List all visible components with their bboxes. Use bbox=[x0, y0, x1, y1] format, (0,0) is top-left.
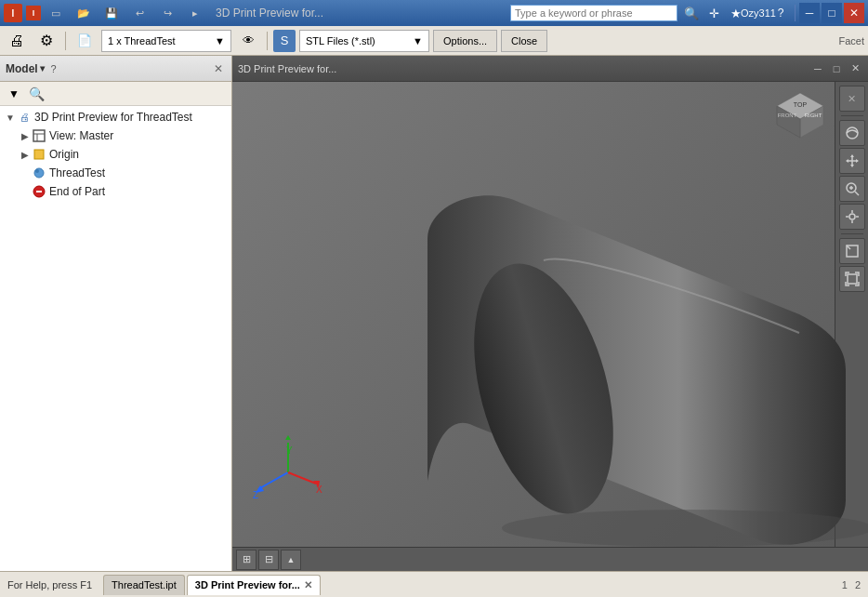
toolbar-more[interactable]: ▸ bbox=[182, 0, 208, 26]
threadtest-label: ThreadTest bbox=[49, 166, 105, 179]
threadtest-icon bbox=[32, 166, 46, 180]
page-btn[interactable]: 📄 bbox=[72, 28, 98, 54]
canvas-tb-btn1[interactable]: ⊞ bbox=[236, 550, 256, 570]
root-label: 3D Print Preview for ThreadTest bbox=[34, 111, 192, 124]
view-header: 3D Print Preview for... ─ □ ✕ bbox=[232, 56, 868, 82]
tree-item-threadtest[interactable]: ThreadTest bbox=[2, 164, 230, 182]
tab-3dprint[interactable]: 3D Print Preview for... ✕ bbox=[187, 575, 321, 595]
svg-rect-3 bbox=[34, 150, 44, 159]
view-icon bbox=[32, 128, 46, 143]
print-preview-icon: 🖨 bbox=[17, 110, 32, 125]
svg-text:RIGHT: RIGHT bbox=[805, 113, 822, 118]
view-header-controls: ─ □ ✕ bbox=[810, 61, 862, 76]
svg-line-23 bbox=[288, 472, 316, 484]
dropdown1-arrow: ▼ bbox=[215, 35, 225, 46]
toolbar-new[interactable]: ▭ bbox=[43, 0, 69, 26]
svg-line-17 bbox=[258, 472, 288, 489]
svg-point-5 bbox=[35, 169, 39, 173]
format-dropdown[interactable]: STL Files (*.stl) ▼ bbox=[299, 30, 429, 52]
main-toolbar: 🖨 ⚙ 📄 1 x ThreadTest ▼ 👁 S STL Files (*.… bbox=[0, 26, 868, 56]
tree-item-view[interactable]: ▶ View: Master bbox=[2, 126, 230, 145]
left-panel: Model ▾ ? ✕ ▼ 🔍 ▼ 🖨 3D Print Preview for… bbox=[0, 56, 232, 571]
svg-point-4 bbox=[34, 168, 44, 178]
page-num-2: 2 bbox=[855, 579, 861, 590]
tools-sep1 bbox=[841, 115, 863, 116]
crosshair-button[interactable]: ✛ bbox=[704, 3, 724, 23]
toolbar-undo[interactable]: ↩ bbox=[126, 0, 152, 26]
title-bar-icons: 🔍 ✛ ★ Ozy311 ? ─ □ ✕ bbox=[681, 3, 864, 23]
toolbar-save[interactable]: 💾 bbox=[99, 0, 125, 26]
view-minimize-btn[interactable]: ─ bbox=[810, 61, 825, 76]
panel-help-btn[interactable]: ? bbox=[46, 61, 61, 76]
view-close-btn[interactable]: ✕ bbox=[848, 61, 862, 76]
main-content: Model ▾ ? ✕ ▼ 🔍 ▼ 🖨 3D Print Preview for… bbox=[0, 56, 868, 571]
canvas-tb-scroll-up[interactable]: ▲ bbox=[281, 550, 301, 570]
tab-threadtest[interactable]: ThreadTest.ipt bbox=[103, 575, 185, 595]
svg-point-16 bbox=[502, 510, 868, 547]
autodesk-icon: I bbox=[26, 6, 41, 20]
threadtest-expand[interactable] bbox=[19, 166, 32, 179]
filter-btn[interactable]: ▼ bbox=[4, 84, 24, 104]
canvas-bottom-toolbar: ⊞ ⊟ ▲ bbox=[232, 547, 868, 571]
origin-label: Origin bbox=[49, 148, 79, 161]
tab-bar: ThreadTest.ipt 3D Print Preview for... ✕ bbox=[99, 575, 835, 595]
user-button[interactable]: Ozy311 bbox=[748, 3, 769, 23]
root-expand[interactable]: ▼ bbox=[4, 111, 17, 124]
svg-marker-21 bbox=[285, 435, 291, 440]
tree-item-root[interactable]: ▼ 🖨 3D Print Preview for ThreadTest bbox=[2, 108, 230, 126]
svg-text:TOP: TOP bbox=[794, 101, 808, 108]
close-button[interactable]: Close bbox=[501, 30, 547, 52]
view-maximize-btn[interactable]: □ bbox=[829, 61, 844, 76]
question-button[interactable]: ? bbox=[770, 3, 791, 23]
endofpart-expand[interactable] bbox=[19, 185, 32, 198]
canvas-area[interactable]: TOP RIGHT FRONT bbox=[232, 82, 835, 547]
tree-item-endofpart[interactable]: End of Part bbox=[2, 182, 230, 201]
maximize-button[interactable]: □ bbox=[822, 3, 842, 23]
canvas-tb-btn2[interactable]: ⊟ bbox=[258, 550, 279, 570]
svg-rect-0 bbox=[33, 130, 45, 141]
tab-close-btn[interactable]: ✕ bbox=[304, 579, 312, 591]
panel-close-btn[interactable]: ✕ bbox=[211, 61, 226, 76]
view-expand[interactable]: ▶ bbox=[19, 129, 32, 142]
minimize-button[interactable]: ─ bbox=[799, 3, 820, 23]
toolbar-redo[interactable]: ↪ bbox=[154, 0, 180, 26]
options-button[interactable]: Options... bbox=[433, 30, 497, 52]
search-btn[interactable]: 🔍 bbox=[26, 84, 46, 104]
panel-toolbar: ▼ 🔍 bbox=[0, 82, 231, 106]
view-btn[interactable]: 👁 bbox=[235, 28, 261, 54]
bottom-right: 1 2 bbox=[835, 579, 868, 590]
search-input[interactable] bbox=[510, 5, 677, 21]
view-container: 3D Print Preview for... ─ □ ✕ bbox=[232, 56, 868, 571]
print-setup-btn[interactable]: 🖨 bbox=[4, 28, 30, 54]
status-text: For Help, press F1 bbox=[0, 579, 99, 590]
origin-expand[interactable]: ▶ bbox=[19, 148, 32, 161]
svg-text:Y: Y bbox=[286, 445, 293, 456]
close-window-button[interactable]: ✕ bbox=[844, 3, 864, 23]
tree-item-origin[interactable]: ▶ Origin bbox=[2, 145, 230, 164]
view-label: View: Master bbox=[49, 129, 113, 142]
svg-text:Z: Z bbox=[253, 490, 258, 500]
origin-icon bbox=[32, 147, 46, 162]
app-logo: I bbox=[4, 4, 22, 22]
cylinder-3d bbox=[372, 128, 868, 547]
panel-title: Model bbox=[6, 62, 38, 75]
bottom-bar: For Help, press F1 ThreadTest.ipt 3D Pri… bbox=[0, 571, 868, 597]
tab-threadtest-label: ThreadTest.ipt bbox=[112, 579, 177, 590]
toolbar-sep2 bbox=[267, 32, 268, 50]
svg-text:X: X bbox=[316, 484, 322, 495]
panel-title-arrow: ▾ bbox=[40, 63, 45, 73]
endofpart-label: End of Part bbox=[49, 185, 105, 198]
canvas-wrapper: TOP RIGHT FRONT bbox=[232, 82, 868, 547]
stl-icon-btn[interactable]: S bbox=[273, 30, 296, 52]
coord-axes: Z Y X bbox=[251, 435, 325, 500]
toolbar-open[interactable]: 📂 bbox=[71, 0, 97, 26]
view-title: 3D Print Preview for... bbox=[238, 63, 336, 74]
tree-area: ▼ 🖨 3D Print Preview for ThreadTest ▶ Vi… bbox=[0, 106, 231, 571]
print-options-btn[interactable]: ⚙ bbox=[33, 28, 59, 54]
close-panel-btn[interactable]: ✕ bbox=[839, 86, 865, 112]
part-dropdown[interactable]: 1 x ThreadTest ▼ bbox=[101, 30, 231, 52]
search-button[interactable]: 🔍 bbox=[681, 3, 702, 23]
toolbar-sep1 bbox=[65, 32, 66, 50]
svg-text:FRONT: FRONT bbox=[778, 113, 797, 118]
tab-3dprint-label: 3D Print Preview for... bbox=[195, 579, 300, 590]
